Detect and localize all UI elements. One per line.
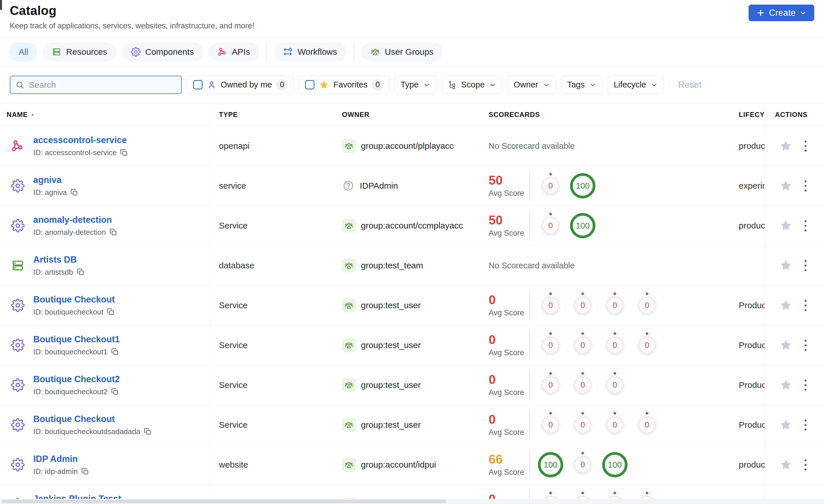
favorite-star-button[interactable] bbox=[778, 377, 794, 393]
entity-name-link[interactable]: Boutique Checkout1 bbox=[33, 334, 120, 345]
tab-user-groups[interactable]: User Groups bbox=[362, 43, 442, 61]
copy-id-button[interactable] bbox=[120, 149, 128, 156]
owned-by-me-checkbox[interactable] bbox=[193, 80, 203, 90]
copy-id-button[interactable] bbox=[109, 229, 117, 236]
entity-name-link[interactable]: IDP Admin bbox=[33, 454, 89, 464]
tab-all[interactable]: All bbox=[10, 43, 37, 61]
entity-id: ID: artistsdb bbox=[33, 268, 84, 277]
actions-cell bbox=[764, 126, 824, 166]
scope-dropdown[interactable]: Scope bbox=[441, 76, 502, 94]
copy-id-button[interactable] bbox=[107, 308, 114, 316]
lifecycle-dropdown[interactable]: Lifecycle bbox=[608, 76, 664, 94]
favorite-star-button[interactable] bbox=[778, 257, 794, 274]
tab-apis[interactable]: APIs bbox=[209, 43, 259, 61]
type-dropdown[interactable]: Type bbox=[395, 76, 436, 94]
row-menu-kebab-button[interactable] bbox=[803, 178, 808, 193]
row-menu-kebab-button[interactable] bbox=[803, 139, 808, 153]
create-button[interactable]: Create bbox=[748, 5, 814, 21]
owner-group-chip bbox=[342, 139, 356, 153]
entity-name-link[interactable]: agniva bbox=[33, 175, 78, 185]
entity-name-link[interactable]: anomaly-detection bbox=[33, 215, 117, 225]
chevron-down-icon bbox=[542, 81, 550, 89]
tags-dropdown[interactable]: Tags bbox=[561, 76, 603, 94]
table-row: accesscontrol-serviceID: accesscontrol-s… bbox=[0, 126, 824, 166]
column-header-type[interactable]: TYPE bbox=[219, 111, 238, 119]
scorecard-score-circle: 0 bbox=[574, 376, 592, 394]
favorite-star-button[interactable] bbox=[778, 337, 794, 354]
entity-id: ID: boutiquecheckout1 bbox=[33, 348, 120, 356]
dropdown-label: Lifecycle bbox=[614, 80, 646, 90]
avg-score-value: 66 bbox=[489, 453, 529, 466]
entity-name-link[interactable]: Boutique Checkout bbox=[33, 414, 151, 424]
favorite-star-button[interactable] bbox=[778, 138, 794, 154]
dropdown-label: Type bbox=[401, 80, 419, 90]
reset-filters-button[interactable]: Reset bbox=[677, 80, 703, 90]
no-scorecard-label: No Scorecard available bbox=[489, 141, 575, 151]
horizontal-scrollbar-thumb[interactable] bbox=[2, 500, 446, 503]
table-row: IDP AdminID: idp-adminwebsitegroup:accou… bbox=[0, 445, 824, 485]
owned-by-me-filter[interactable]: Owned by me 0 bbox=[187, 76, 294, 94]
owner-dropdown[interactable]: Owner bbox=[508, 76, 556, 94]
column-header-scorecards[interactable]: SCORECARDS bbox=[489, 111, 540, 119]
row-menu-kebab-button[interactable] bbox=[803, 418, 808, 432]
copy-id-button[interactable] bbox=[144, 428, 151, 435]
copy-id-button[interactable] bbox=[70, 188, 78, 197]
scorecards-cell: No Scorecard available bbox=[489, 141, 575, 151]
scorecard-score-circle: 0 bbox=[638, 336, 656, 354]
star-icon bbox=[319, 80, 329, 90]
favorite-star-button[interactable] bbox=[778, 217, 794, 234]
entity-name-cell: anomaly-detectionID: anomaly-detection bbox=[33, 215, 117, 237]
scorecard-badge-slot: 0 bbox=[631, 328, 663, 363]
row-menu-kebab-button[interactable] bbox=[803, 378, 808, 392]
row-menu-kebab-button[interactable] bbox=[803, 258, 808, 273]
copy-id-button[interactable] bbox=[81, 468, 89, 475]
favorite-star-button[interactable] bbox=[778, 177, 794, 194]
score-divider bbox=[529, 370, 530, 400]
filter-toolbar: Owned by me 0 Favorites 0 TypeScopeOwner… bbox=[0, 66, 824, 103]
entity-owner: group:test_user bbox=[342, 378, 421, 392]
entity-name-link[interactable]: accesscontrol-service bbox=[33, 135, 128, 145]
scorecard-badges: 1000100 bbox=[534, 447, 631, 483]
tab-resources[interactable]: Resources bbox=[43, 43, 116, 61]
copy-id-button[interactable] bbox=[77, 268, 84, 276]
owned-by-me-count: 0 bbox=[276, 79, 288, 91]
owner-group-chip bbox=[342, 458, 356, 472]
scorecard-badge-slot: 0 bbox=[599, 407, 631, 443]
favorite-star-button[interactable] bbox=[778, 416, 794, 433]
entity-name-link[interactable]: Boutique Checkout bbox=[33, 294, 115, 305]
tab-label: All bbox=[19, 47, 28, 57]
chevron-down-icon bbox=[589, 81, 597, 89]
favorites-label: Favorites bbox=[333, 80, 368, 90]
person-icon bbox=[207, 80, 216, 90]
search-input[interactable] bbox=[28, 80, 176, 90]
avg-score-value: 0 bbox=[489, 334, 529, 346]
row-menu-kebab-button[interactable] bbox=[803, 338, 808, 353]
avg-score-value: 0 bbox=[489, 373, 529, 386]
scorecard-badge-slot: 0 bbox=[566, 287, 599, 323]
row-menu-kebab-button[interactable] bbox=[803, 298, 808, 313]
entity-owner: group:account/idpui bbox=[342, 458, 436, 472]
row-menu-kebab-button[interactable] bbox=[803, 219, 808, 233]
entity-type: Service bbox=[219, 300, 247, 310]
row-menu-kebab-button[interactable] bbox=[803, 458, 808, 472]
favorite-star-button[interactable] bbox=[778, 297, 794, 313]
favorites-checkbox[interactable] bbox=[305, 80, 314, 90]
search-box[interactable] bbox=[10, 76, 182, 94]
copy-id-button[interactable] bbox=[111, 388, 119, 396]
tab-workflows[interactable]: Workflows bbox=[274, 43, 346, 61]
column-header-owner[interactable]: OWNER bbox=[342, 111, 370, 119]
entity-name-cell: accesscontrol-serviceID: accesscontrol-s… bbox=[33, 135, 128, 157]
entity-owner: group:account/plplayacc bbox=[342, 139, 454, 153]
entity-name-link[interactable]: Boutique Checkout2 bbox=[33, 374, 120, 384]
gear-icon bbox=[11, 179, 25, 193]
scorecards-cell: 50Avg Score0100 bbox=[489, 168, 599, 204]
favorites-filter[interactable]: Favorites 0 bbox=[299, 76, 389, 94]
scorecards-cell: 0Avg Score0000 bbox=[489, 328, 663, 363]
favorite-star-button[interactable] bbox=[778, 457, 794, 473]
copy-id-button[interactable] bbox=[111, 348, 119, 356]
entity-name-link[interactable]: Artists DB bbox=[33, 255, 84, 265]
tab-components[interactable]: Components bbox=[122, 43, 203, 61]
chevron-down-icon bbox=[423, 81, 430, 89]
column-header-name[interactable]: NAME bbox=[7, 111, 35, 119]
owner-label: group:account/ccmplayacc bbox=[361, 221, 463, 231]
